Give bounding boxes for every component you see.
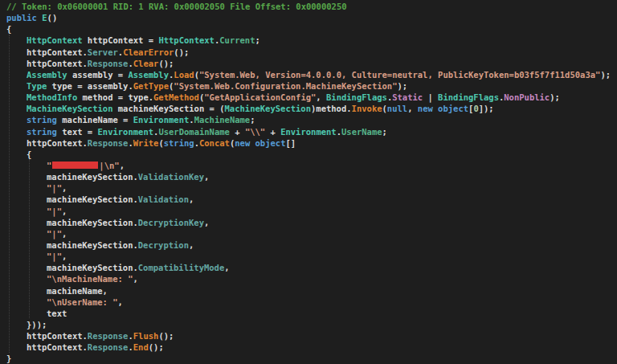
text-token: type = assembly.: [47, 81, 133, 91]
keyword-token: string: [27, 115, 57, 125]
method-token: Flush: [133, 331, 159, 341]
text-token: assembly =: [67, 70, 129, 80]
text-token: machineKeySection = (: [112, 104, 224, 113]
code-line: HttpContext httpContext = HttpContext.Cu…: [0, 35, 617, 46]
string-token: "\\": [245, 127, 265, 137]
type-token: HttpContext: [158, 35, 215, 45]
text-token: machineKeySection.: [47, 218, 138, 227]
code-line: {: [0, 149, 617, 160]
text-token: machineKeySection.: [47, 240, 138, 250]
code-line: }: [0, 353, 617, 364]
instance-property-token: Response: [88, 331, 129, 341]
string-token: "\nMachineName: ": [47, 274, 133, 284]
string-token: "|": [47, 229, 62, 239]
text-token: );: [550, 92, 560, 102]
method-token: Load: [174, 70, 194, 80]
text-token: ();: [174, 47, 189, 57]
text-token: );: [398, 81, 408, 91]
type-token: Environment: [280, 127, 337, 137]
keyword-token: object: [438, 104, 468, 113]
string-token: "|": [47, 207, 62, 216]
text-token: ,: [133, 274, 137, 284]
method-token: End: [133, 342, 149, 352]
text-token: httpContext.: [27, 342, 88, 352]
text-token: );: [600, 70, 611, 80]
text-token: ();: [149, 342, 164, 352]
method-token: Concat: [199, 138, 230, 148]
text-token: ,: [62, 252, 67, 261]
keyword-token: object: [255, 138, 286, 148]
code-line: text: [0, 308, 617, 319]
string-token: "\nUserName: ": [47, 297, 118, 307]
comment-token: // Token: 0x06000001 RID: 1 RVA: 0x00002…: [6, 2, 347, 11]
text-token: ,: [407, 104, 418, 113]
indent-guide: [9, 35, 10, 353]
type-token: Assembly: [27, 70, 67, 80]
text-token: ;: [250, 115, 255, 125]
code-line: "|",: [0, 228, 617, 239]
text-token: ,: [224, 263, 229, 272]
method-token: GetMethod: [153, 92, 199, 102]
text-token: method = type.: [77, 92, 153, 102]
static-property-token: MachineName: [194, 115, 251, 125]
text-token: []: [285, 138, 296, 148]
instance-property-token: ValidationKey: [138, 172, 204, 182]
text-token: ,: [189, 240, 194, 250]
code-line: httpContext.Response.Write(string.Concat…: [0, 137, 617, 149]
method-token: GetType: [133, 81, 169, 91]
type-token: Type: [27, 81, 47, 91]
code-line: httpContext.Response.End();: [0, 342, 617, 353]
code-line: machineName,: [0, 285, 617, 297]
code-line: machineKeySection.DecryptionKey,: [0, 217, 617, 228]
method-token: Clear: [133, 59, 159, 68]
code-line: "|",: [0, 206, 617, 217]
code-line: "\nMachineName: ",: [0, 273, 617, 284]
type-token: Environment: [98, 127, 154, 137]
decompiled-code-editor[interactable]: // Token: 0x06000001 RID: 1 RVA: 0x00002…: [0, 0, 617, 364]
code-line: machineKeySection.CompatibilityMode,: [0, 262, 617, 273]
text-token: ,: [118, 297, 123, 307]
static-property-token: UserName: [341, 127, 382, 137]
code-line: machineKeySection.Validation,: [0, 194, 617, 205]
text-token: httpContext.: [27, 47, 88, 57]
type-token: MachineKeySection: [225, 104, 311, 113]
text-token: {: [27, 149, 31, 159]
string-token: ": [47, 161, 51, 170]
text-token: httpContext.: [27, 59, 88, 68]
code-line: "|",: [0, 251, 617, 262]
text-token: }));: [27, 320, 47, 329]
keyword-token: null: [387, 104, 407, 113]
text-token: ,: [204, 218, 209, 227]
text-token: ,: [62, 229, 67, 239]
text-token: )method.: [311, 104, 352, 113]
type-token: HttpContext: [27, 35, 83, 45]
code-line: "\nUserName: ",: [0, 297, 617, 308]
instance-property-token: Response: [88, 138, 129, 148]
code-line: httpContext.Server.ClearError();: [0, 47, 617, 58]
string-token: "System.Web.Configuration.MachineKeySect…: [174, 81, 397, 91]
static-property-token: Current: [219, 35, 255, 45]
code-line: httpContext.Response.Flush();: [0, 330, 617, 342]
type-token: Assembly: [128, 70, 169, 80]
text-token: ,: [189, 194, 194, 204]
string-token: "|": [47, 252, 62, 261]
code-line: string text = Environment.UserDomainName…: [0, 126, 617, 137]
text-token: text: [47, 309, 67, 318]
instance-property-token: DecryptionKey: [138, 218, 204, 227]
static-property-token: UserDomainName: [158, 127, 230, 137]
code-line: machineKeySection.Decryption,: [0, 239, 617, 251]
keyword-token: new: [235, 138, 250, 148]
text-token: machineKeySection.: [47, 263, 138, 272]
string-token: |\n": [99, 161, 119, 170]
text-token: (): [47, 13, 58, 22]
method-token: Invoke: [352, 104, 382, 113]
keyword-token: new: [418, 104, 433, 113]
code-line: Assembly assembly = Assembly.Load("Syste…: [0, 69, 617, 80]
text-token: ();: [158, 331, 174, 341]
code-line: // Token: 0x06000001 RID: 1 RVA: 0x00002…: [0, 1, 617, 12]
text-token: ,: [316, 92, 326, 102]
text-token: machineName =: [57, 115, 133, 125]
method-token: ClearError: [123, 47, 174, 57]
code-line: httpContext.Response.Clear();: [0, 58, 617, 69]
keyword-token: public: [6, 13, 37, 22]
